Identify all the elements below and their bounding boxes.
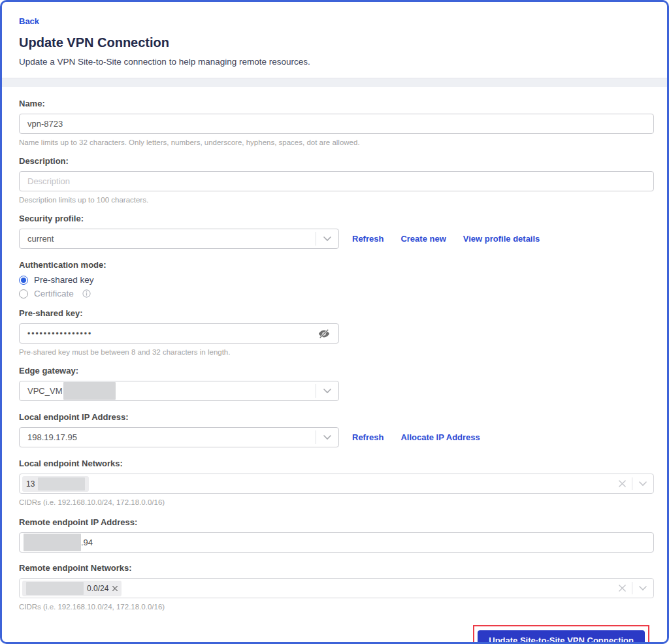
remote-ip-field-group: Remote endpoint IP Address: .94 xyxy=(19,517,654,553)
remote-networks-label: Remote endpoint Networks: xyxy=(19,563,654,573)
eye-off-icon[interactable] xyxy=(317,327,331,341)
header-content-gap xyxy=(2,78,667,87)
edge-gateway-select[interactable]: VPC_VM xyxy=(19,381,339,401)
redacted-text-block xyxy=(63,382,116,400)
local-ip-field-group: Local endpoint IP Address: 198.19.17.95 … xyxy=(19,412,654,447)
network-tag-text: 13 xyxy=(26,479,35,489)
psk-hint: Pre-shared key must be between 8 and 32 … xyxy=(19,348,654,356)
radio-selected-icon[interactable] xyxy=(19,276,28,285)
auth-mode-option-preshared[interactable]: Pre-shared key xyxy=(19,275,654,285)
auth-mode-field-group: Authentication mode: Pre-shared key Cert… xyxy=(19,260,654,298)
remote-ip-label: Remote endpoint IP Address: xyxy=(19,517,654,527)
edge-gateway-field-group: Edge gateway: VPC_VM xyxy=(19,366,654,401)
page-header: Back Update VPN Connection Update a VPN … xyxy=(2,2,667,78)
security-profile-label: Security profile: xyxy=(19,214,654,223)
page-title: Update VPN Connection xyxy=(19,35,650,50)
remote-networks-field-group: Remote endpoint Networks: 0.0/24 xyxy=(19,563,654,611)
remote-ip-value-suffix: .94 xyxy=(81,538,93,547)
redacted-text-block xyxy=(38,477,85,491)
security-profile-create-new-link[interactable]: Create new xyxy=(400,234,446,244)
annotation-highlight: Update Site-to-Site VPN Connection xyxy=(473,625,649,642)
local-ip-refresh-link[interactable]: Refresh xyxy=(352,432,383,442)
vpn-form: Name: Name limits up to 32 characters. O… xyxy=(2,87,667,642)
local-ip-label: Local endpoint IP Address: xyxy=(19,412,654,422)
edge-gateway-value: VPC_VM xyxy=(27,386,62,396)
security-profile-value: current xyxy=(27,234,316,244)
description-label: Description: xyxy=(19,156,654,166)
name-input[interactable] xyxy=(19,114,654,134)
local-ip-select[interactable]: 198.19.17.95 xyxy=(19,427,339,447)
radio-unselected-icon[interactable] xyxy=(19,289,28,298)
auth-mode-label: Authentication mode: xyxy=(19,260,654,270)
chevron-down-icon[interactable] xyxy=(632,481,653,487)
remote-networks-multiselect[interactable]: 0.0/24 xyxy=(19,578,654,598)
clear-icon[interactable] xyxy=(612,480,632,487)
local-networks-hint: CIDRs (i.e. 192.168.10.0/24, 172.18.0.0/… xyxy=(19,498,654,506)
auth-mode-certificate-label: Certificate xyxy=(34,289,74,298)
auth-mode-preshared-label: Pre-shared key xyxy=(34,275,94,285)
chevron-down-icon xyxy=(316,389,338,394)
name-hint: Name limits up to 32 characters. Only le… xyxy=(19,138,654,146)
auth-mode-option-certificate[interactable]: Certificate xyxy=(19,289,654,298)
description-field-group: Description: Description limits up to 10… xyxy=(19,156,654,204)
network-tag: 13 xyxy=(22,476,89,492)
remove-tag-icon[interactable] xyxy=(112,586,118,591)
edge-gateway-label: Edge gateway: xyxy=(19,366,654,376)
chevron-down-icon xyxy=(316,435,338,440)
clear-icon[interactable] xyxy=(612,585,632,592)
name-field-group: Name: Name limits up to 32 characters. O… xyxy=(19,99,654,146)
local-networks-label: Local endpoint Networks: xyxy=(19,459,654,468)
security-profile-select[interactable]: current xyxy=(19,229,339,249)
redacted-text-block xyxy=(24,534,81,551)
update-vpn-connection-button[interactable]: Update Site-to-Site VPN Connection xyxy=(478,630,645,642)
network-tag: 0.0/24 xyxy=(22,581,122,596)
form-footer: Update Site-to-Site VPN Connection xyxy=(19,625,654,642)
view-profile-details-link[interactable]: View profile details xyxy=(463,234,540,244)
psk-label: Pre-shared key: xyxy=(19,308,654,318)
local-networks-field-group: Local endpoint Networks: 13 CIDRs (i.e. … xyxy=(19,459,654,506)
page-subtitle: Update a VPN Site-to-Site connection to … xyxy=(19,57,650,67)
app-window: Back Update VPN Connection Update a VPN … xyxy=(0,0,669,644)
back-link[interactable]: Back xyxy=(19,16,39,26)
remote-networks-hint: CIDRs (i.e. 192.168.10.0/24, 172.18.0.0/… xyxy=(19,603,654,611)
psk-input[interactable] xyxy=(19,323,339,344)
security-profile-refresh-link[interactable]: Refresh xyxy=(352,234,383,244)
info-icon xyxy=(82,289,91,298)
description-hint: Description limits up to 100 characters. xyxy=(19,196,654,204)
chevron-down-icon xyxy=(316,236,338,242)
network-tag-text: 0.0/24 xyxy=(87,584,108,593)
security-profile-field-group: Security profile: current Refresh Create… xyxy=(19,214,654,249)
psk-field-group: Pre-shared key: Pre-shared key must be b… xyxy=(19,308,654,356)
name-label: Name: xyxy=(19,99,654,108)
allocate-ip-link[interactable]: Allocate IP Address xyxy=(400,432,480,442)
remote-ip-input[interactable]: .94 xyxy=(19,532,654,553)
description-input[interactable] xyxy=(19,171,654,191)
redacted-text-block xyxy=(26,582,84,595)
local-ip-value: 198.19.17.95 xyxy=(27,432,316,442)
local-networks-multiselect[interactable]: 13 xyxy=(19,474,654,494)
chevron-down-icon[interactable] xyxy=(632,586,653,591)
